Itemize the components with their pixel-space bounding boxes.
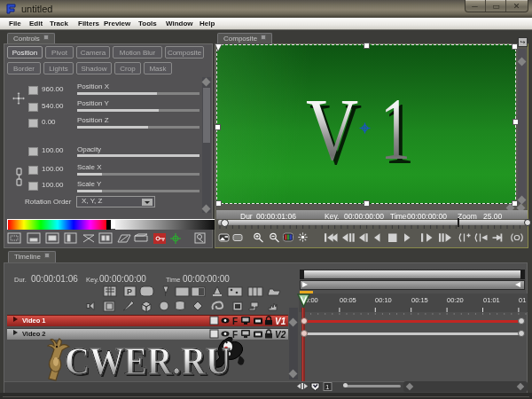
svg-text:F: F xyxy=(232,317,238,326)
svg-text:P: P xyxy=(127,287,132,296)
svg-text:V1: V1 xyxy=(275,317,286,326)
svg-text:1: 1 xyxy=(325,383,330,391)
svg-text:V2: V2 xyxy=(275,330,286,340)
